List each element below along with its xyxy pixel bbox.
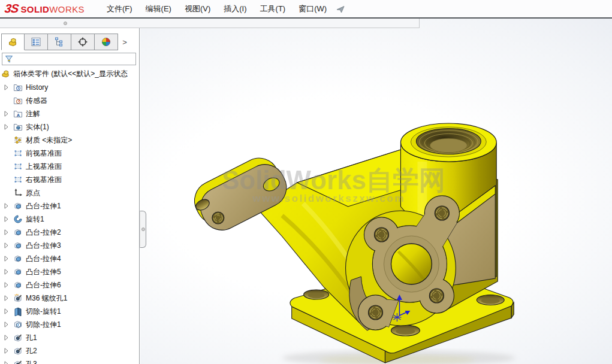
- commandmanager-strip[interactable]: [0, 19, 420, 28]
- expand-arrow-icon[interactable]: [4, 269, 13, 275]
- boss-extrude-icon: [13, 267, 23, 277]
- tree-item[interactable]: 材质 <未指定>: [0, 134, 140, 147]
- propertymanager-tab[interactable]: [25, 34, 48, 50]
- tree-item[interactable]: History: [0, 81, 140, 94]
- expand-arrow-icon[interactable]: [4, 84, 13, 90]
- tree-item-label: 凸台-拉伸2: [26, 228, 61, 238]
- tree-item-label: M36 螺纹孔1: [26, 293, 67, 304]
- tree-item[interactable]: 凸台-拉伸1: [0, 199, 140, 213]
- boss-extrude-icon: [13, 201, 23, 211]
- featuremanager-tab-icon: [8, 37, 19, 47]
- expand-arrow-icon[interactable]: [4, 335, 13, 341]
- tree-item-label: 孔1: [26, 333, 37, 343]
- expand-arrow-icon[interactable]: [4, 203, 13, 209]
- tree-item-label: History: [26, 83, 48, 92]
- tree-item[interactable]: 传感器: [0, 94, 140, 107]
- tree-item[interactable]: 凸台-拉伸2: [0, 226, 140, 239]
- svg-text:SolidWorks自学网: SolidWorks自学网: [222, 165, 445, 195]
- logo-mark: 3S: [4, 2, 19, 16]
- expand-arrow-icon[interactable]: [4, 295, 13, 301]
- tab-overflow-chevron[interactable]: >: [118, 34, 131, 50]
- pin-icon[interactable]: [334, 4, 346, 14]
- tree-item-label: 原点: [26, 188, 40, 198]
- tree-item[interactable]: 前视基准面: [0, 147, 140, 160]
- tree-item[interactable]: 原点: [0, 186, 140, 199]
- dimxpertmanager-tab[interactable]: [71, 34, 95, 50]
- boss-extrude-icon: [13, 228, 23, 237]
- tree-item[interactable]: 旋转1: [0, 213, 140, 226]
- hole-icon: [13, 346, 23, 356]
- hole-wizard-icon: [13, 293, 23, 303]
- expand-arrow-icon[interactable]: [4, 124, 13, 130]
- panel-splitter[interactable]: [140, 211, 146, 248]
- displaymanager-tab[interactable]: [95, 34, 118, 50]
- tree-item-label: 右视基准面: [26, 175, 62, 185]
- plane-icon: [13, 148, 23, 158]
- cut-revolve-icon: [13, 307, 23, 316]
- tree-item[interactable]: M36 螺纹孔1: [0, 292, 140, 305]
- expand-arrow-icon[interactable]: [4, 321, 13, 327]
- cut-extrude-icon: [13, 320, 23, 329]
- expand-arrow-icon[interactable]: [4, 348, 13, 354]
- expand-arrow-icon[interactable]: [4, 242, 13, 248]
- expand-arrow-icon[interactable]: [4, 308, 13, 314]
- tree-item[interactable]: 孔2: [0, 344, 140, 357]
- tree-item[interactable]: 上视基准面: [0, 160, 140, 173]
- tree-item[interactable]: A注解: [0, 107, 140, 120]
- tree-item-label: 注解: [26, 109, 40, 119]
- plane-icon: [13, 162, 23, 171]
- tree-item[interactable]: 孔3: [0, 357, 140, 364]
- menu-item-2[interactable]: 视图(V): [178, 0, 217, 18]
- dimxpertmanager-tab-icon: [77, 37, 88, 47]
- feature-filter: [2, 53, 136, 65]
- svg-text:A: A: [17, 113, 20, 118]
- panel-tab-bar: >: [1, 34, 131, 50]
- tree-item[interactable]: 孔1: [0, 331, 140, 344]
- menu-item-1[interactable]: 编辑(E): [139, 0, 178, 18]
- tree-item[interactable]: 右视基准面: [0, 173, 140, 186]
- plane-icon: [13, 175, 23, 184]
- splitter-grip-icon: [141, 228, 145, 231]
- main-menu: 文件(F)编辑(E)视图(V)插入(I)工具(T)窗口(W): [100, 0, 333, 18]
- menu-item-3[interactable]: 插入(I): [217, 0, 253, 18]
- configurationmanager-tab[interactable]: [48, 34, 71, 50]
- menu-item-4[interactable]: 工具(T): [254, 0, 293, 18]
- viewport-canvas[interactable]: SolidWorks自学网 www.solidworkszxw.com: [140, 19, 612, 364]
- tree-item-label: 孔3: [26, 359, 37, 364]
- tree-item[interactable]: 实体(1): [0, 120, 140, 134]
- expand-arrow-icon[interactable]: [4, 229, 13, 235]
- filter-input[interactable]: [14, 54, 135, 64]
- expand-arrow-icon[interactable]: [4, 216, 13, 222]
- tree-item[interactable]: 凸台-拉伸5: [0, 265, 140, 278]
- tree-item-label: 凸台-拉伸3: [26, 241, 61, 251]
- expand-arrow-icon[interactable]: [4, 256, 13, 262]
- expand-arrow-icon[interactable]: [4, 361, 13, 364]
- part-model-3d[interactable]: SolidWorks自学网 www.solidworkszxw.com: [140, 19, 612, 364]
- tree-item[interactable]: 切除-旋转1: [0, 305, 140, 318]
- tree-item[interactable]: 凸台-拉伸3: [0, 239, 140, 252]
- tree-root-item[interactable]: 箱体类零件 (默认<<默认>_显示状态: [1, 68, 128, 80]
- tree-item[interactable]: 凸台-拉伸4: [0, 252, 140, 265]
- tree-item-label: 材质 <未指定>: [26, 135, 72, 145]
- strip-grip-icon[interactable]: [64, 22, 67, 25]
- tree-item-label: 凸台-拉伸1: [26, 201, 61, 211]
- tree-item-label: 旋转1: [26, 214, 44, 225]
- featuremanager-tab[interactable]: [1, 34, 25, 50]
- tree-item-label: 实体(1): [26, 122, 49, 132]
- displaymanager-tab-icon: [101, 37, 111, 47]
- featuremanager-panel: > 箱体类零件 (默认<<默认>_显示状态 History传感器A注解实体(1)…: [0, 28, 140, 364]
- expand-arrow-icon[interactable]: [4, 111, 13, 117]
- origin-icon: [13, 188, 23, 198]
- tree-item[interactable]: 凸台-拉伸6: [0, 278, 140, 292]
- boss-extrude-icon: [13, 241, 23, 250]
- material-icon: [13, 135, 23, 145]
- history-folder-icon: [13, 83, 23, 92]
- menu-item-5[interactable]: 窗口(W): [292, 0, 333, 18]
- menu-item-0[interactable]: 文件(F): [100, 0, 139, 18]
- logo-works: WORKS: [49, 4, 85, 14]
- expand-arrow-icon[interactable]: [4, 282, 13, 288]
- tree-item[interactable]: 切除-拉伸1: [0, 318, 140, 331]
- tree-item-label: 凸台-拉伸6: [26, 280, 61, 290]
- feature-tree: History传感器A注解实体(1)材质 <未指定>前视基准面上视基准面右视基准…: [0, 81, 140, 364]
- solids-folder-icon: [13, 122, 23, 132]
